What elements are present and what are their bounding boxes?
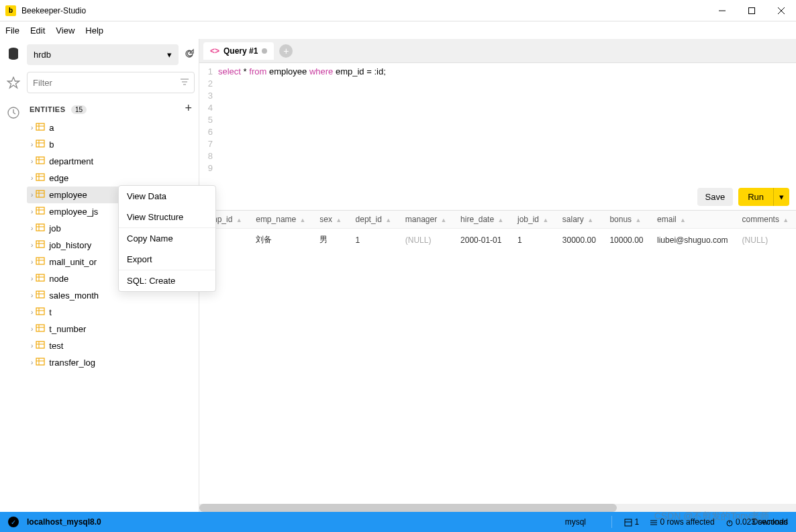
entity-label: t_number [49, 324, 86, 334]
entity-label: sales_month [49, 290, 99, 301]
context-sql--create[interactable]: SQL: Create [119, 270, 215, 291]
entity-label: job [49, 223, 60, 233]
entities-label: ENTITIES [30, 105, 66, 113]
chevron-right-icon: › [31, 342, 33, 350]
cell-comments[interactable]: (NULL) [736, 229, 796, 252]
cell-job_id[interactable]: 1 [511, 229, 556, 252]
run-button[interactable]: Run [738, 188, 773, 206]
sort-icon: ▲ [783, 217, 789, 223]
app-title: Beekeeper-Studio [21, 6, 713, 15]
entity-label: job_history [49, 240, 91, 250]
chevron-right-icon: › [31, 309, 33, 316]
database-icon[interactable] [7, 47, 20, 63]
save-button[interactable]: Save [697, 188, 734, 206]
maximize-button[interactable] [742, 1, 761, 20]
table-icon [36, 206, 45, 217]
entity-b[interactable]: ›b [27, 136, 195, 153]
refresh-button[interactable] [184, 48, 195, 62]
entity-a[interactable]: ›a [27, 119, 195, 136]
scrollbar-thumb[interactable] [199, 504, 617, 512]
cell-hire_date[interactable]: 2000-01-01 [454, 229, 511, 252]
db-type: mysql [565, 517, 586, 527]
result-count: 1 [624, 517, 639, 527]
entity-t[interactable]: ›t [27, 304, 195, 321]
col-dept_id[interactable]: dept_id ▲ [349, 211, 399, 229]
sort-icon: ▲ [440, 217, 446, 223]
context-export[interactable]: Export [119, 249, 215, 270]
svg-rect-48 [36, 341, 44, 348]
col-sex[interactable]: sex ▲ [313, 211, 348, 229]
col-comments[interactable]: comments ▲ [736, 211, 796, 229]
code-icon: <> [210, 46, 219, 56]
titlebar: b Beekeeper-Studio [0, 0, 796, 21]
chevron-right-icon: › [31, 174, 33, 182]
cell-sex[interactable]: 男 [313, 229, 348, 252]
menu-view[interactable]: View [56, 25, 74, 36]
cell-dept_id[interactable]: 1 [349, 229, 399, 252]
database-name: hrdb [34, 50, 51, 60]
database-select[interactable]: hrdb ▾ [27, 44, 179, 65]
svg-rect-9 [36, 123, 44, 130]
context-copy-name[interactable]: Copy Name [119, 228, 215, 249]
table-icon [36, 223, 45, 234]
col-job_id[interactable]: job_id ▲ [511, 211, 556, 229]
entity-label: b [49, 140, 54, 150]
sort-icon: ▲ [385, 217, 391, 223]
filter-box[interactable] [27, 72, 195, 93]
minimize-button[interactable] [713, 1, 732, 20]
run-dropdown-button[interactable]: ▾ [773, 188, 789, 206]
table-icon [36, 290, 45, 301]
entity-transfer_log[interactable]: ›transfer_log [27, 354, 195, 371]
history-icon[interactable] [7, 106, 20, 122]
entity-department[interactable]: ›department [27, 153, 195, 170]
chevron-right-icon: › [31, 359, 33, 366]
col-salary[interactable]: salary ▲ [556, 211, 603, 229]
filter-icon [181, 76, 189, 89]
star-icon[interactable] [7, 76, 20, 93]
results-panel: emp_id ▲emp_name ▲sex ▲dept_id ▲manager … [199, 210, 796, 504]
cell-emp_name[interactable]: 刘备 [249, 229, 313, 252]
table-row[interactable]: 1刘备男1(NULL)2000-01-01130000.0010000.00li… [199, 229, 796, 252]
svg-rect-18 [36, 174, 44, 180]
cell-salary[interactable]: 30000.00 [556, 229, 603, 252]
cell-manager[interactable]: (NULL) [399, 229, 454, 252]
context-view-structure[interactable]: View Structure [119, 207, 215, 227]
chevron-right-icon: › [31, 208, 33, 215]
entity-t_number[interactable]: ›t_number [27, 321, 195, 337]
code-content[interactable]: select * from employee where emp_id = :i… [218, 66, 796, 181]
col-bonus[interactable]: bonus ▲ [603, 211, 650, 229]
new-tab-button[interactable]: + [279, 44, 293, 58]
menu-file[interactable]: File [5, 25, 19, 36]
context-view-data[interactable]: View Data [119, 186, 215, 207]
col-hire_date[interactable]: hire_date ▲ [454, 211, 511, 229]
cell-bonus[interactable]: 10000.00 [603, 229, 650, 252]
chevron-right-icon: › [31, 158, 33, 165]
chevron-down-icon: ▾ [167, 50, 172, 60]
menu-help[interactable]: Help [85, 25, 103, 36]
menu-edit[interactable]: Edit [30, 25, 45, 36]
chevron-right-icon: › [31, 141, 33, 148]
svg-rect-30 [36, 241, 44, 248]
entity-label: test [49, 341, 63, 351]
filter-input[interactable] [33, 78, 181, 88]
table-icon [36, 122, 45, 134]
entity-test[interactable]: ›test [27, 337, 195, 354]
context-menu: View DataView StructureCopy NameExportSQ… [118, 185, 216, 292]
col-email[interactable]: email ▲ [650, 211, 736, 229]
entity-edge[interactable]: ›edge [27, 170, 195, 187]
entity-list: ›a›b›department›edge›employee›employee_j… [27, 119, 195, 507]
svg-rect-27 [36, 224, 44, 231]
sort-icon: ▲ [300, 217, 306, 223]
code-editor[interactable]: 123456789 select * from employee where e… [199, 63, 796, 184]
col-emp_name[interactable]: emp_name ▲ [249, 211, 313, 229]
table-icon [36, 340, 45, 352]
cell-email[interactable]: liubei@shuguo.com [650, 229, 736, 252]
connection-name[interactable]: localhost_mysql8.0 [27, 517, 101, 527]
close-button[interactable] [772, 1, 791, 20]
entity-label: node [49, 274, 68, 284]
menubar: File Edit View Help [0, 21, 796, 39]
add-entity-button[interactable]: + [185, 101, 192, 115]
tab-query-1[interactable]: <> Query #1 [203, 42, 274, 60]
status-icon: ✓ [8, 517, 19, 527]
col-manager[interactable]: manager ▲ [399, 211, 454, 229]
